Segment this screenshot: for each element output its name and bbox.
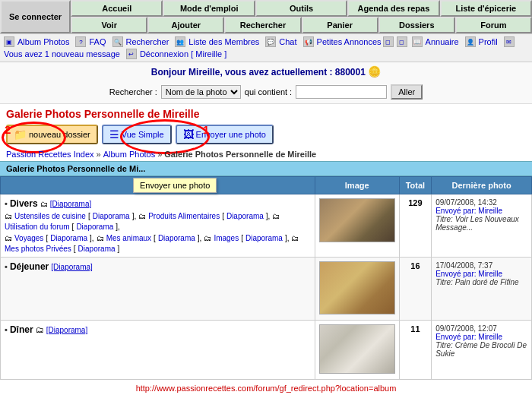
title-dejeuner: Titre: Pain doré de Fifine [435, 278, 527, 286]
nav-liste-epicerie[interactable]: Liste d'épicerie [440, 0, 532, 17]
link-membres[interactable]: Liste des Membres [188, 37, 259, 46]
date-divers: 09/07/2008, 14:32 [435, 198, 527, 207]
diaporama-link-diner[interactable]: [Diaporama] [46, 326, 87, 334]
link-deconnexion[interactable]: Déconnexion [ Mireille ] [140, 49, 226, 58]
footer-link-bar: http://www.passionrecettes.com/forum/gf_… [0, 380, 532, 397]
extra-icon2: ◻ [397, 36, 407, 47]
nav-row-1: Accueil Mode d'emploi Outils Agenda des … [71, 0, 532, 17]
contains-label: qui contient : [245, 87, 292, 96]
link-profil[interactable]: Profil [479, 37, 498, 46]
links-bar: ▣ Album Photos ? FAQ 🔍 Rechercher 👥 List… [0, 33, 532, 62]
diaporama-link-dejeuner[interactable]: [Diaporama] [51, 263, 92, 271]
coin-icon: 🪙 [368, 65, 381, 77]
col-derniere-photo: Dernière photo [432, 177, 532, 194]
nav-outils[interactable]: Outils [255, 0, 347, 17]
link-petites-annonces[interactable]: Petites Annonces [317, 37, 382, 46]
upload-icon: 🖼 [183, 128, 194, 141]
nav-mode-emploi[interactable]: Mode d'emploi [163, 0, 255, 17]
message-icon: ✉ [504, 36, 515, 47]
sub-dia4[interactable]: Diaporama [50, 234, 87, 242]
search-input[interactable] [296, 85, 387, 99]
envoyer-photo-button[interactable]: 🖼 Envoyer une photo [176, 125, 274, 144]
nav-voir[interactable]: Voir [71, 17, 147, 33]
nav-row-2: Voir Ajouter Rechercher Panier Dossiers … [71, 17, 532, 33]
sub-dia2[interactable]: Diaporama [226, 212, 264, 220]
top-navigation: Se connecter Accueil Mode d'emploi Outil… [0, 0, 532, 33]
tooltip-envoyer: Envoyer une photo [133, 178, 217, 193]
breadcrumb-index[interactable]: Passion Recettes Index [6, 150, 94, 159]
search-links-icon: 🔍 [112, 36, 123, 47]
link-message[interactable]: Vous avez 1 nouveau message [4, 49, 120, 58]
nouveau-dossier-button[interactable]: 📁 nouveau dossier [6, 125, 98, 144]
table-row: • Divers 🗂 [Diaporama] 🗂Ustensiles de cu… [1, 194, 532, 258]
nav-accueil[interactable]: Accueil [71, 0, 163, 17]
sub-dia5[interactable]: Diaporama [158, 234, 195, 242]
logout-icon: ↩ [126, 49, 137, 59]
se-connecter-button[interactable]: Se connecter [0, 0, 71, 33]
sub-dia3[interactable]: Diaporama [76, 223, 113, 231]
gallery-title: Galerie Photos Personnelle de Mireille [0, 104, 532, 122]
diaporama-link-divers[interactable]: [Diaporama] [50, 200, 91, 208]
gallery-toolbar: 📁 nouveau dossier ☰ Vue Simple 🖼 Envoyer… [0, 122, 532, 147]
cat-name-diner: Dîner [10, 324, 33, 335]
sub-privees[interactable]: Mes photos Privées [5, 245, 71, 253]
members-icon: 👥 [175, 36, 185, 47]
breadcrumb-album[interactable]: Album Photos [103, 150, 155, 159]
sub-animaux[interactable]: Mes animaux [106, 234, 151, 242]
sub-dia7[interactable]: Diaporama [78, 245, 116, 253]
col-total: Total [399, 177, 431, 194]
total-dejeuner: 16 [399, 258, 431, 321]
sub-cats-divers-2: 🗂Voyages [Diaporama], 🗂Mes animaux [Diap… [5, 234, 311, 253]
sub-cats-divers: 🗂Ustensiles de cuisine [Diaporama], 🗂Pro… [5, 212, 311, 231]
sub-ustensiles[interactable]: Ustensiles de cuisine [14, 212, 86, 220]
link-annuaire[interactable]: Annuaire [426, 37, 459, 46]
link-album-photos[interactable]: Album Photos [17, 37, 69, 46]
cat-name-dejeuner: Déjeuner [10, 261, 49, 272]
nav-rechercher[interactable]: Rechercher [224, 17, 301, 33]
nav-panier[interactable]: Panier [302, 17, 378, 33]
link-rechercher[interactable]: Rechercher [126, 37, 169, 46]
total-diner: 11 [399, 321, 431, 380]
profile-icon: 👤 [465, 36, 476, 47]
gallery-table: Catégorie Image Total Dernière photo • D… [0, 176, 532, 380]
nav-agenda[interactable]: Agenda des repas [347, 0, 439, 17]
cat-cell-dejeuner: • Déjeuner [Diaporama] [1, 258, 315, 321]
gallery-section-header: Galerie Photos Personnelle de Mi... [0, 161, 532, 176]
nav-forum[interactable]: Forum [455, 17, 532, 33]
search-button[interactable]: Aller [391, 84, 423, 100]
total-divers: 129 [399, 194, 431, 258]
sender-dejeuner[interactable]: Envoyé par: Mireille [435, 270, 502, 278]
vue-simple-button[interactable]: ☰ Vue Simple [102, 125, 172, 144]
date-cell-divers: 09/07/2008, 14:32 Envoyé par: Mireille T… [432, 194, 532, 258]
date-cell-dejeuner: 17/04/2008, 7:37 Envoyé par: Mireille Ti… [432, 258, 532, 321]
sub-utilisation[interactable]: Utilisation du forum [5, 223, 70, 231]
sub-dia1[interactable]: Diaporama [93, 212, 130, 220]
folder-icon-diner: 🗂 [36, 325, 44, 334]
footer-link[interactable]: http://www.passionrecettes.com/forum/gf_… [136, 384, 397, 393]
search-bar: Rechercher : Nom de la photo Description… [0, 81, 532, 104]
sub-voyages[interactable]: Voyages [14, 234, 43, 242]
faq-icon: ? [75, 36, 86, 47]
sub-images[interactable]: Images [214, 234, 239, 242]
breadcrumb: Passion Recettes Index » Album Photos » … [0, 147, 532, 161]
sender-diner[interactable]: Envoyé par: Mireille [435, 333, 502, 341]
breadcrumb-current: Galerie Photos Personnelle de Mireille [164, 150, 316, 159]
link-faq[interactable]: FAQ [89, 37, 106, 46]
search-field-select[interactable]: Nom de la photo Description Catégorie [161, 85, 241, 99]
chat-icon: 💬 [265, 36, 276, 47]
extra-icon1: ◻ [383, 36, 394, 47]
welcome-text: Bonjour Mireille, vous avez actuellement… [151, 67, 366, 77]
cat-cell-diner: • Dîner 🗂 [Diaporama] [1, 321, 315, 380]
nav-ajouter[interactable]: Ajouter [147, 17, 224, 33]
sub-dia6[interactable]: Diaporama [245, 234, 283, 242]
title-diner: Titre: Crème De Brocoli De Sukie [435, 341, 527, 358]
sender-divers[interactable]: Envoyé par: Mireille [435, 207, 502, 215]
search-label: Rechercher : [109, 87, 157, 96]
img-cell-diner [315, 321, 399, 380]
img-diner [319, 324, 395, 374]
ads-icon: 📢 [303, 36, 314, 47]
sub-produits[interactable]: Produits Alimentaires [148, 212, 220, 220]
nav-dossiers[interactable]: Dossiers [378, 17, 455, 33]
link-chat[interactable]: Chat [279, 37, 296, 46]
cat-name-divers: Divers [10, 198, 38, 209]
